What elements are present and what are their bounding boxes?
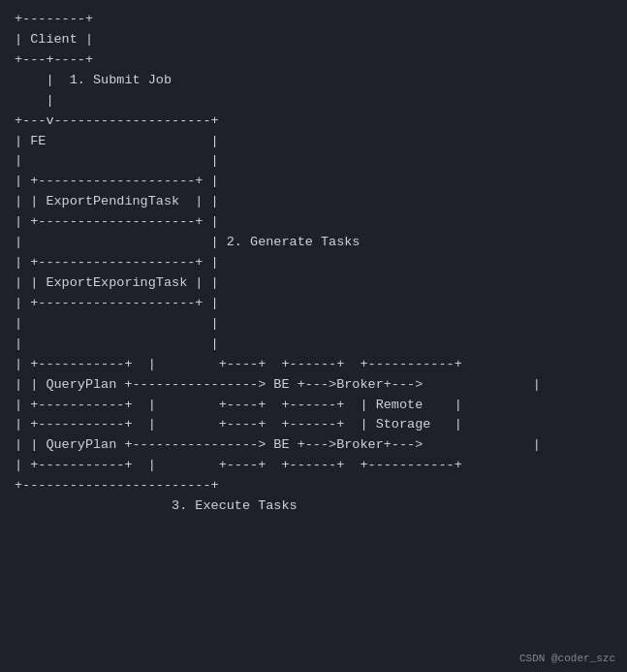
- line-21: | +-----------+ | +----+ +------+ | Stor…: [15, 417, 462, 432]
- line-3: +---+----+: [15, 52, 93, 67]
- line-11: | +--------------------+ |: [15, 214, 219, 229]
- line-9: | +--------------------+ |: [15, 174, 219, 188]
- line-2: | Client |: [15, 32, 93, 47]
- line-14: | | ExportExporingTask | |: [15, 275, 219, 290]
- line-7: | FE |: [15, 134, 219, 148]
- line-20: | +-----------+ | +----+ +------+ | Remo…: [15, 398, 462, 412]
- line-25: 3. Execute Tasks: [15, 498, 298, 513]
- watermark-text: CSDN @coder_szc: [519, 653, 615, 664]
- main-container: +--------+ | Client | +---+----+ | 1. Su…: [0, 0, 627, 672]
- line-18: | +-----------+ | +----+ +------+ +-----…: [15, 357, 462, 371]
- line-4: | 1. Submit Job: [15, 73, 172, 87]
- line-15: | +--------------------+ |: [15, 296, 219, 310]
- line-13: | +--------------------+ |: [15, 255, 219, 270]
- line-19: | | QueryPlan +----------------> BE +---…: [15, 377, 541, 392]
- line-17: | |: [15, 336, 219, 351]
- line-16: | |: [15, 316, 219, 331]
- line-23: | +-----------+ | +----+ +------+ +-----…: [15, 458, 462, 472]
- diagram-content: +--------+ | Client | +---+----+ | 1. Su…: [0, 0, 627, 527]
- line-8: | |: [15, 153, 219, 168]
- line-6: +---v--------------------+: [15, 113, 219, 128]
- line-24: +------------------------+: [15, 478, 219, 493]
- line-10: | | ExportPendingTask | |: [15, 194, 219, 208]
- line-5: |: [15, 93, 54, 108]
- line-22: | | QueryPlan +----------------> BE +---…: [15, 437, 541, 452]
- line-1: +--------+: [15, 12, 93, 26]
- line-12: | | 2. Generate Tasks: [15, 235, 360, 249]
